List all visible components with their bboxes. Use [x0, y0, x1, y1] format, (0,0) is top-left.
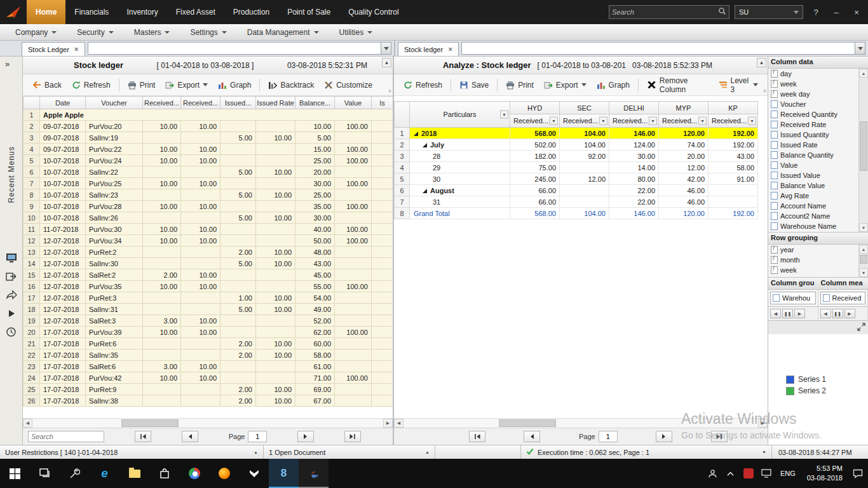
toolbar-overflow-icon[interactable]: ≡ [388, 88, 391, 94]
pager-track-button[interactable]: ❚❚ [832, 309, 843, 318]
taskbar-firefox-app[interactable] [209, 459, 239, 488]
table-row[interactable]: 810-07-2018SalInv:235.0010.0025.00 [24, 189, 393, 201]
antivirus-tray-icon[interactable] [741, 461, 756, 486]
back-button[interactable]: Back [28, 78, 66, 92]
pivot-measure-kp[interactable]: Received...▼ [709, 114, 758, 128]
field-item-issued-value[interactable]: Issued Value [768, 170, 858, 180]
last-page-button[interactable] [711, 431, 728, 442]
action-center-icon[interactable] [850, 461, 865, 486]
scroll-down-button[interactable]: ▼ [859, 223, 868, 232]
play-icon[interactable] [5, 307, 18, 320]
network-tray-icon[interactable] [759, 461, 774, 486]
print-button[interactable]: Print [123, 78, 160, 92]
pivot-measure-myp[interactable]: Received...▼ [659, 114, 709, 128]
grid-search-input[interactable] [31, 433, 101, 440]
tab-stock-ledger-right[interactable]: Stock ledger × [398, 42, 459, 56]
menu-utilities[interactable]: Utilities [329, 24, 383, 40]
table-row[interactable]: 1010-07-2018SalInv:265.0010.0030.00 [24, 212, 393, 224]
filter-dropdown-icon[interactable]: ▼ [550, 117, 558, 125]
table-row[interactable]: 2217-07-2018SalInv:352.0010.0058.00 [24, 349, 393, 361]
close-icon[interactable]: × [74, 46, 79, 53]
table-row[interactable]: 610-07-2018SalInv:225.0010.0020.00 [24, 166, 393, 178]
history-clock-icon[interactable] [5, 325, 18, 338]
table-row[interactable]: 1Apple Apple [24, 109, 393, 121]
status-execution[interactable]: Execution time : 0.062 sec, Page : 1 ▼ [521, 445, 772, 459]
field-item-avg-rate[interactable]: Avg Rate [768, 191, 858, 201]
pivot-row-august[interactable]: 6August66.0022.0046.00 [395, 185, 758, 196]
scroll-up-button[interactable]: ▲ [382, 58, 391, 67]
menu-company[interactable]: Company [5, 24, 67, 40]
field-item-week[interactable]: week [768, 79, 858, 89]
table-row[interactable]: 309-07-2018SalInv:195.0010.005.00 [24, 132, 393, 144]
table-row[interactable]: 2117-07-2018PurRet:62.0010.0060.00 [24, 338, 393, 349]
backtrack-button[interactable]: Backtrack [264, 78, 318, 92]
field-item-year[interactable]: year [768, 245, 858, 255]
close-icon[interactable]: × [448, 46, 452, 53]
taskbar-store-app[interactable] [149, 459, 179, 488]
scroll-left-button[interactable]: ◀ [23, 419, 32, 428]
pager-right-button[interactable]: ▶ [794, 309, 805, 318]
print-button[interactable]: Print [501, 78, 538, 92]
table-row[interactable]: 910-07-2018PurVou:2810.0010.0035.00100.0… [24, 201, 393, 212]
first-page-button[interactable] [469, 431, 485, 442]
export-button[interactable]: Export [539, 78, 591, 92]
status-restrictions[interactable]: User Restrictions [ 140 ]-01-04-2018 ▲ [0, 445, 264, 459]
scrollbar-thumb[interactable] [499, 419, 556, 427]
table-row[interactable]: 1912-07-2018SalRet:33.0010.0052.00 [24, 315, 393, 327]
chip-received[interactable]: Received [820, 292, 866, 304]
pivot-row-30[interactable]: 530245.0012.0080.0042.0091.00 [395, 173, 758, 185]
scroll-right-button[interactable]: ▶ [383, 419, 393, 428]
field-item-week[interactable]: week [768, 265, 858, 275]
field-item-week-day[interactable]: week day [768, 89, 858, 99]
last-page-button[interactable] [344, 431, 361, 442]
table-row[interactable]: 1612-07-2018PurVou:3510.0010.0055.00100.… [24, 281, 393, 292]
pivot-row-area-header[interactable]: Particulars ▼ [410, 102, 510, 128]
help-button[interactable]: ? [808, 4, 824, 20]
page-number-input[interactable] [599, 431, 618, 442]
pivot-row-july[interactable]: 2July502.00104.00124.0074.00192.00 [395, 139, 758, 151]
previous-page-button[interactable] [524, 431, 540, 442]
column-header-is[interactable]: Is [372, 97, 393, 109]
filter-dropdown-icon[interactable]: ▼ [698, 117, 707, 125]
field-item-account2-name[interactable]: Account2 Name [768, 211, 858, 221]
save-button[interactable]: Save [455, 78, 493, 92]
table-row[interactable]: 1712-07-2018PurRet:31.0010.0054.00 [24, 292, 393, 304]
filter-dropdown-icon[interactable]: ▼ [599, 117, 607, 125]
scrollbar-thumb[interactable] [121, 419, 179, 427]
column-header-received[interactable]: Received... [143, 97, 181, 109]
column-header-balance[interactable]: Balance... [295, 97, 335, 109]
scroll-up-button[interactable]: ▲ [859, 245, 868, 254]
document-selector-right[interactable] [461, 42, 865, 55]
people-icon[interactable] [705, 461, 721, 486]
share-arrow-icon[interactable] [5, 288, 18, 301]
column-header-voucher[interactable]: Voucher [86, 97, 143, 109]
pivot-row-2018[interactable]: 12018568.00104.00146.00120.00192.00 [395, 128, 758, 139]
graph-button[interactable]: Graph [214, 78, 255, 92]
scroll-up-button[interactable]: ▲ [859, 69, 868, 78]
table-row[interactable]: 1212-07-2018PurVou:3410.0010.0050.00100.… [24, 235, 393, 247]
scroll-down-button[interactable]: ▼ [859, 268, 868, 277]
start-button[interactable] [0, 459, 30, 488]
app-tab-inventory[interactable]: Inventory [118, 0, 166, 24]
app-tab-home[interactable]: Home [27, 0, 65, 24]
app-tab-production[interactable]: Production [224, 0, 278, 24]
column-header-issued-rate[interactable]: Issued Rate [256, 97, 295, 109]
scrollbar-thumb[interactable] [860, 121, 867, 171]
taskbar-java-app[interactable] [299, 459, 329, 488]
pivot-measure-sec[interactable]: Received...▼ [560, 114, 609, 128]
app-tab-point-of-sale[interactable]: Point of Sale [278, 0, 339, 24]
filter-dropdown-icon[interactable]: ▼ [748, 117, 756, 125]
app-tab-quality-control[interactable]: Quality Control [339, 0, 407, 24]
scroll-up-button[interactable]: ▲ [757, 58, 766, 67]
menu-settings[interactable]: Settings [180, 24, 236, 40]
pivot-measure-hyd[interactable]: Received...▼ [510, 114, 560, 128]
table-row[interactable]: 1512-07-2018SalRet:22.0010.0045.00 [24, 269, 393, 281]
pivot-column-myp[interactable]: MYP [659, 102, 709, 114]
pivot-row-31[interactable]: 73166.0022.0046.00 [395, 196, 758, 208]
pivot-column-sec[interactable]: SEC [560, 102, 609, 114]
pivot-column-kp[interactable]: KP [709, 102, 758, 114]
chip-warehouse[interactable]: Warehou [770, 292, 816, 304]
remove-column-button[interactable]: Remove Column [642, 74, 713, 97]
rail-expander-button[interactable]: » [0, 57, 10, 71]
level-button[interactable]: Level 3 [714, 74, 763, 97]
